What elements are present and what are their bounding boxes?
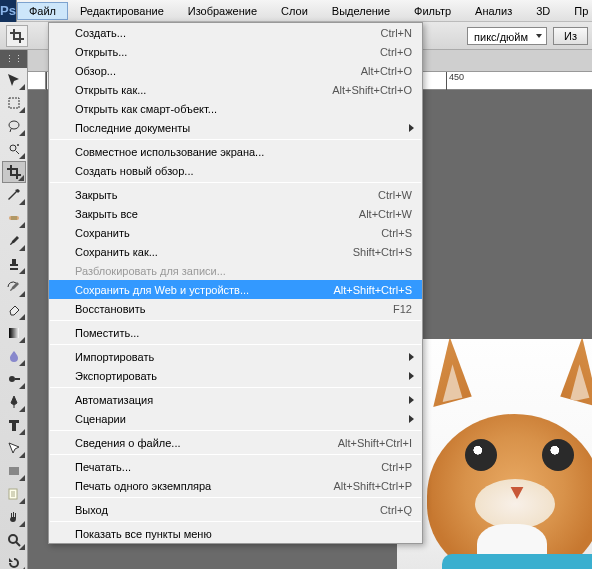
rectangle-tool[interactable] xyxy=(2,460,26,482)
stamp-tool[interactable] xyxy=(2,253,26,275)
document-canvas[interactable] xyxy=(397,339,592,569)
menu-separator xyxy=(50,497,421,498)
menu-item-4[interactable]: Открыть как смарт-объект... xyxy=(49,99,422,118)
menu-item-label: Сохранить для Web и устройств... xyxy=(75,284,333,296)
gradient-tool[interactable] xyxy=(2,322,26,344)
options-button[interactable]: Из xyxy=(553,27,588,45)
menu-item-shortcut: Alt+Shift+Ctrl+I xyxy=(338,437,412,449)
menu-item-shortcut: Alt+Ctrl+W xyxy=(359,208,412,220)
menu-item-3[interactable]: Открыть как...Alt+Shift+Ctrl+O xyxy=(49,80,422,99)
ruler-tick: 450 xyxy=(446,72,464,90)
menu-item-label: Открыть... xyxy=(75,46,380,58)
dodge-tool[interactable] xyxy=(2,368,26,390)
notes-tool[interactable] xyxy=(2,483,26,505)
menu-item-18[interactable]: Поместить... xyxy=(49,323,422,342)
menu-3d[interactable]: 3D xyxy=(524,2,562,20)
menu-separator xyxy=(50,430,421,431)
eraser-tool[interactable] xyxy=(2,299,26,321)
menu-item-shortcut: Shift+Ctrl+S xyxy=(353,246,412,258)
menu-item-label: Сведения о файле... xyxy=(75,437,338,449)
menu-analysis[interactable]: Анализ xyxy=(463,2,524,20)
menu-select[interactable]: Выделение xyxy=(320,2,402,20)
toolbox: ⋮⋮ xyxy=(0,50,28,569)
menu-item-label: Печать одного экземпляра xyxy=(75,480,333,492)
menubar: Ps Файл Редактирование Изображение Слои … xyxy=(0,0,592,22)
menu-more[interactable]: Пр xyxy=(562,2,592,20)
svg-rect-6 xyxy=(9,467,19,475)
menu-item-13[interactable]: Сохранить как...Shift+Ctrl+S xyxy=(49,242,422,261)
menu-item-0[interactable]: Создать...Ctrl+N xyxy=(49,23,422,42)
units-dropdown[interactable]: пикс/дюйм xyxy=(467,27,547,45)
crop-tool-icon[interactable] xyxy=(6,25,28,47)
menu-filter[interactable]: Фильтр xyxy=(402,2,463,20)
menu-item-label: Сохранить xyxy=(75,227,381,239)
svg-point-5 xyxy=(9,376,15,382)
crop-tool[interactable] xyxy=(2,161,26,183)
toolbox-grip[interactable]: ⋮⋮ xyxy=(0,50,27,68)
eyedropper-tool[interactable] xyxy=(2,184,26,206)
menu-edit[interactable]: Редактирование xyxy=(68,2,176,20)
menu-item-15[interactable]: Сохранить для Web и устройств...Alt+Shif… xyxy=(49,280,422,299)
menu-item-5[interactable]: Последние документы xyxy=(49,118,422,137)
rotate-tool[interactable] xyxy=(2,552,26,569)
menu-item-23[interactable]: Автоматизация xyxy=(49,390,422,409)
menu-item-label: Восстановить xyxy=(75,303,393,315)
menu-item-11[interactable]: Закрыть всеAlt+Ctrl+W xyxy=(49,204,422,223)
zoom-tool[interactable] xyxy=(2,529,26,551)
menu-item-shortcut: Ctrl+N xyxy=(381,27,412,39)
menu-item-16[interactable]: ВосстановитьF12 xyxy=(49,299,422,318)
menu-separator xyxy=(50,320,421,321)
menu-item-21[interactable]: Экспортировать xyxy=(49,366,422,385)
menu-item-12[interactable]: СохранитьCtrl+S xyxy=(49,223,422,242)
menu-item-label: Открыть как смарт-объект... xyxy=(75,103,412,115)
quick-select-tool[interactable] xyxy=(2,138,26,160)
menu-item-1[interactable]: Открыть...Ctrl+O xyxy=(49,42,422,61)
menu-separator xyxy=(50,521,421,522)
menu-item-26[interactable]: Сведения о файле...Alt+Shift+Ctrl+I xyxy=(49,433,422,452)
ruler-origin[interactable] xyxy=(28,72,46,90)
pen-tool[interactable] xyxy=(2,391,26,413)
heal-tool[interactable] xyxy=(2,207,26,229)
menu-item-label: Последние документы xyxy=(75,122,412,134)
menu-separator xyxy=(50,344,421,345)
lasso-tool[interactable] xyxy=(2,115,26,137)
move-tool[interactable] xyxy=(2,69,26,91)
menu-item-shortcut: Ctrl+S xyxy=(381,227,412,239)
menu-item-label: Сохранить как... xyxy=(75,246,353,258)
menu-item-label: Открыть как... xyxy=(75,84,332,96)
menu-item-7[interactable]: Совместное использование экрана... xyxy=(49,142,422,161)
menu-item-shortcut: Ctrl+O xyxy=(380,46,412,58)
menu-item-10[interactable]: ЗакрытьCtrl+W xyxy=(49,185,422,204)
marquee-tool[interactable] xyxy=(2,92,26,114)
menu-item-shortcut: Alt+Ctrl+O xyxy=(361,65,412,77)
hand-tool[interactable] xyxy=(2,506,26,528)
menu-item-shortcut: Alt+Shift+Ctrl+O xyxy=(332,84,412,96)
menu-item-label: Экспортировать xyxy=(75,370,412,382)
history-brush-tool[interactable] xyxy=(2,276,26,298)
menu-item-2[interactable]: Обзор...Alt+Ctrl+O xyxy=(49,61,422,80)
type-tool[interactable] xyxy=(2,414,26,436)
menu-item-20[interactable]: Импортировать xyxy=(49,347,422,366)
menu-item-28[interactable]: Печатать...Ctrl+P xyxy=(49,457,422,476)
menu-item-shortcut: Alt+Shift+Ctrl+P xyxy=(333,480,412,492)
menu-item-label: Автоматизация xyxy=(75,394,412,406)
menu-image[interactable]: Изображение xyxy=(176,2,269,20)
menu-item-24[interactable]: Сценарии xyxy=(49,409,422,428)
menu-item-label: Закрыть xyxy=(75,189,378,201)
menu-item-31[interactable]: ВыходCtrl+Q xyxy=(49,500,422,519)
svg-rect-0 xyxy=(9,98,19,108)
menu-item-29[interactable]: Печать одного экземпляраAlt+Shift+Ctrl+P xyxy=(49,476,422,495)
menu-item-33[interactable]: Показать все пункты меню xyxy=(49,524,422,543)
path-select-tool[interactable] xyxy=(2,437,26,459)
menu-layers[interactable]: Слои xyxy=(269,2,320,20)
menu-item-label: Закрыть все xyxy=(75,208,359,220)
menu-item-label: Создать... xyxy=(75,27,381,39)
menu-file[interactable]: Файл xyxy=(17,2,68,20)
blur-tool[interactable] xyxy=(2,345,26,367)
menu-item-shortcut: F12 xyxy=(393,303,412,315)
menu-separator xyxy=(50,454,421,455)
menu-item-8[interactable]: Создать новый обзор... xyxy=(49,161,422,180)
brush-tool[interactable] xyxy=(2,230,26,252)
menu-item-label: Печатать... xyxy=(75,461,381,473)
menu-item-label: Показать все пункты меню xyxy=(75,528,412,540)
